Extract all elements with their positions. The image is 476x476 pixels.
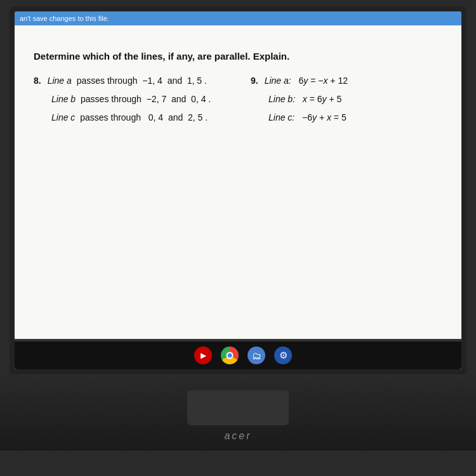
- problem-9-col: 9. Line a: 6y = −x + 12 Line b: x = 6y +…: [251, 74, 442, 131]
- line-b-label: Line b: [51, 93, 76, 106]
- p9-line-b-label: Line b:: [268, 93, 295, 106]
- screen-bezel: an't save changes to this file. Determin…: [10, 6, 466, 374]
- acer-logo: acer: [224, 430, 251, 442]
- youtube-icon[interactable]: ▶: [194, 347, 212, 364]
- chrome-icon[interactable]: [221, 347, 239, 364]
- content-area: Determine which of the lines, if any, ar…: [15, 25, 461, 339]
- line-b-passes: passes through: [78, 93, 142, 106]
- screen: an't save changes to this file. Determin…: [15, 11, 461, 369]
- problem-8-lines: 8. Line a passes through −1, 4 and 1, 5 …: [34, 74, 211, 124]
- problem-9-number: 9.: [251, 74, 258, 88]
- top-bar-message: an't save changes to this file.: [20, 15, 109, 22]
- files-icon[interactable]: 🗂: [248, 347, 265, 364]
- p9-line-c-eq: −6y + x = 5: [297, 111, 346, 124]
- problem-8-number: 8.: [34, 74, 41, 88]
- line-c-points: 0, 4 and 2, 5 .: [143, 111, 208, 124]
- touchpad: [187, 390, 289, 425]
- p9-line-b-eq: x = 6y + 5: [298, 93, 341, 106]
- problem-8-label: 8. Line a passes through −1, 4 and 1, 5 …: [34, 74, 211, 88]
- line-c-passes: passes through: [77, 111, 141, 124]
- problems-row: 8. Line a passes through −1, 4 and 1, 5 …: [34, 74, 442, 131]
- problem-8-linec: Line c passes through 0, 4 and 2, 5 .: [34, 111, 211, 124]
- settings-icon[interactable]: ⚙: [274, 347, 292, 364]
- problem-9-lineb: Line b: x = 6y + 5: [251, 93, 442, 106]
- line-c-label: Line c: [51, 111, 75, 124]
- p9-line-a-eq: 6y = −x + 12: [294, 74, 348, 88]
- problem-8-block: 8. Line a passes through −1, 4 and 1, 5 …: [34, 74, 225, 124]
- problem-8-col: 8. Line a passes through −1, 4 and 1, 5 …: [34, 74, 225, 131]
- line-a-passes: passes through: [74, 74, 138, 88]
- problem-9-linea: 9. Line a: 6y = −x + 12: [251, 74, 442, 88]
- line-a-points: −1, 4 and 1, 5 .: [140, 74, 206, 88]
- taskbar: ▶ 🗂 ⚙: [15, 341, 461, 369]
- problem-9-lines: 9. Line a: 6y = −x + 12 Line b: x = 6y +…: [251, 74, 442, 124]
- p9-line-c-label: Line c:: [268, 111, 294, 124]
- line-b-points: −2, 7 and 0, 4 .: [144, 93, 211, 106]
- top-bar: an't save changes to this file.: [15, 11, 461, 25]
- instruction-heading: Determine which of the lines, if any, ar…: [34, 51, 442, 62]
- problem-9-linec: Line c: −6y + x = 5: [251, 111, 442, 124]
- laptop-outer: an't save changes to this file. Determin…: [0, 0, 476, 476]
- line-a-label: Line a: [48, 74, 72, 88]
- laptop-bottom: acer: [0, 374, 476, 451]
- p9-line-a-label: Line a:: [265, 74, 291, 88]
- problem-8-lineb: Line b passes through −2, 7 and 0, 4 .: [34, 93, 211, 106]
